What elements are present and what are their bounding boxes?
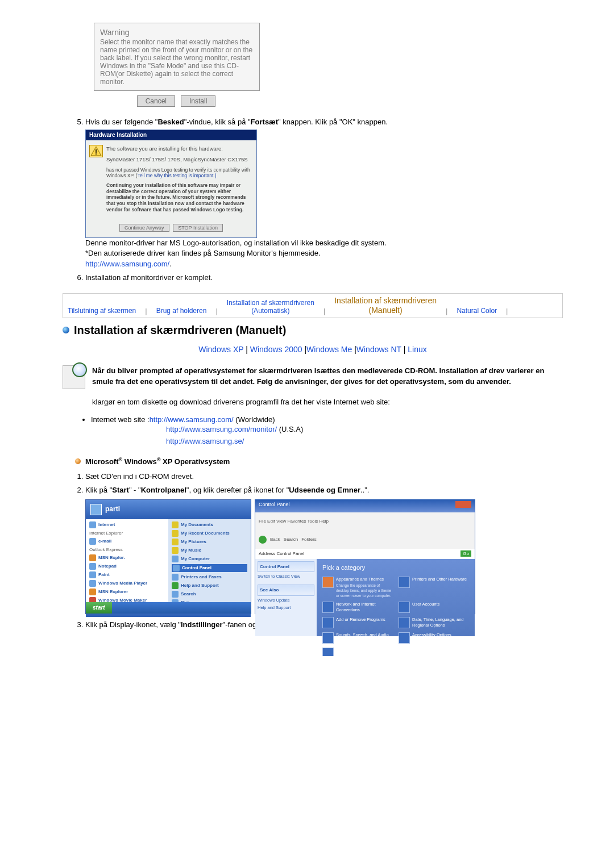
back-icon[interactable]: [259, 536, 267, 544]
sm-my-computer[interactable]: My Computer: [172, 556, 247, 562]
os-link-2000[interactable]: Windows 2000: [250, 345, 302, 354]
search-icon[interactable]: Search: [284, 536, 298, 542]
section-title: Installation af skærmdriveren (Manuelt): [74, 324, 286, 337]
os-nav: Windows XP | Windows 2000 |Windows Me |W…: [63, 345, 563, 354]
cp-cat-users[interactable]: User Accounts: [399, 602, 469, 614]
step-6: Installation af monitordriver er komplet…: [85, 273, 563, 283]
sm-item-outlook-sub: Outlook Express: [89, 546, 165, 553]
xp-steps: Sæt CD'en ind i CD-ROM drevet. Klik på "…: [63, 471, 563, 630]
tab-holder[interactable]: Brug af holderen: [156, 307, 207, 315]
sm-right-col: My Documents My Recent Documents My Pict…: [168, 519, 251, 603]
os-link-nt[interactable]: Windows NT: [356, 345, 401, 354]
tell-me-link[interactable]: Tell me why this testing is important.): [138, 173, 217, 178]
control-panel-screenshot: Control Panel File Edit View Favorites T…: [255, 499, 475, 614]
install-steps-part1: Hvis du ser følgende "Besked"-vindue, kl…: [63, 117, 563, 283]
warning-buttons-row: Cancel Install: [94, 91, 259, 111]
sm-item-ie-sub: Internet Explorer: [89, 530, 165, 536]
xpos-heading: Microsoft® Windows® XP Operativsystem: [75, 457, 563, 466]
start-menu-screenshot: parti Internet Internet Explorer e-mail …: [85, 499, 251, 614]
step5-note1: Denne monitor-driver har MS Logo-autoris…: [85, 238, 563, 248]
cp-windows-update[interactable]: Windows Update: [258, 598, 314, 604]
cp-main: Pick a category Appearance and ThemesCha…: [317, 559, 475, 636]
tab-connect[interactable]: Tilslutning af skærmen: [68, 307, 136, 315]
cp-switch-classic[interactable]: Switch to Classic View: [258, 574, 314, 580]
go-button[interactable]: Go: [460, 550, 471, 557]
warning-title: Warning: [100, 28, 254, 37]
samsung-link[interactable]: http://www.samsung.com/: [85, 260, 169, 268]
sm-my-recent[interactable]: My Recent Documents: [172, 530, 247, 537]
intro-row: Når du bliver prompted af operativsystem…: [63, 365, 563, 389]
xp-screenshots-row: parti Internet Internet Explorer e-mail …: [85, 499, 563, 614]
hwinstall-buttons: Continue Anyway STOP Installation: [86, 220, 256, 237]
os-link-me[interactable]: Windows Me: [306, 345, 352, 354]
cp-side-head: Control Panel: [258, 561, 314, 572]
download-sites: Internet web site :http://www.samsung.co…: [63, 415, 563, 448]
sm-my-pictures[interactable]: My Pictures: [172, 539, 247, 545]
cp-cat-addremove[interactable]: Add or Remove Programs: [322, 617, 393, 629]
cp-addressbar: Address Control Panel Go: [255, 549, 475, 559]
sm-my-music[interactable]: My Music: [172, 547, 247, 554]
cp-cat-sounds[interactable]: Sounds, Speech, and Audio Devices: [322, 632, 393, 644]
cp-cat-datetime[interactable]: Date, Time, Language, and Regional Optio…: [399, 617, 469, 629]
hardware-installation-dialog: Hardware Installation ! The software you…: [85, 130, 257, 238]
cp-cat-printers[interactable]: Printers and Other Hardware: [399, 577, 469, 598]
sm-control-panel[interactable]: Control Panel: [172, 564, 247, 572]
cp-titlebar: Control Panel: [255, 500, 475, 512]
sm-item-msnex[interactable]: MSN Explorer: [89, 589, 165, 595]
section-bullet-icon: [63, 327, 69, 333]
os-link-xp[interactable]: Windows XP: [198, 345, 243, 354]
step-5: Hvis du ser følgende "Besked"-vindue, kl…: [85, 117, 563, 269]
link-samsung-monitor[interactable]: http://www.samsung.com/monitor/: [166, 425, 277, 433]
svg-text:!: !: [95, 148, 97, 156]
cp-help-support[interactable]: Help and Support: [258, 605, 314, 611]
sm-item-msn[interactable]: MSN Explor.: [89, 554, 165, 561]
start-button[interactable]: start: [86, 602, 112, 614]
sm-my-documents[interactable]: My Documents: [172, 521, 247, 528]
warning-dialog: Warning Select the monitor name that exa…: [94, 23, 260, 91]
cp-cat-accessibility[interactable]: Accessibility Options: [399, 632, 469, 644]
os-bullet-icon: [75, 458, 81, 464]
sm-item-internet[interactable]: Internet: [89, 521, 165, 528]
folders-icon[interactable]: Folders: [301, 536, 317, 542]
sm-help[interactable]: Help and Support: [172, 582, 247, 589]
cd-icon: [63, 365, 85, 389]
link-samsung-se[interactable]: http://www.samsung.se/: [166, 437, 244, 445]
cancel-button[interactable]: Cancel: [137, 95, 175, 107]
cp-cat-network[interactable]: Network and Internet Connections: [322, 602, 393, 614]
cp-cat-appearance[interactable]: Appearance and ThemesChange the appearan…: [322, 577, 393, 598]
tab-driver-manual[interactable]: Installation af skærmdriveren(Manuelt): [334, 296, 437, 315]
hwinstall-body: ! The software you are installing for th…: [86, 140, 256, 220]
doc-tabs: Tilslutning af skærmen | Brug af holdere…: [63, 293, 563, 318]
warning-icon: !: [89, 145, 103, 157]
xp-step-2: Klik på "Start" - "Kontrolpanel", og kli…: [85, 485, 563, 614]
sm-item-paint[interactable]: Paint: [89, 571, 165, 578]
tab-driver-auto[interactable]: Installation af skærmdriveren(Automatisk…: [227, 299, 314, 315]
sm-left-col: Internet Internet Explorer e-mail Outloo…: [86, 519, 168, 603]
sm-search[interactable]: Search: [172, 591, 247, 598]
cp-toolbar: Back Search Folders: [255, 531, 475, 549]
site-row: Internet web site :http://www.samsung.co…: [91, 415, 563, 448]
cp-pick-category: Pick a category: [322, 564, 469, 572]
link-samsung-world[interactable]: http://www.samsung.com/: [150, 415, 234, 424]
sm-item-wmp[interactable]: Windows Media Player: [89, 580, 165, 587]
section-header: Installation af skærmdriveren (Manuelt): [63, 324, 563, 337]
intro-text: Når du bliver prompted af operativsystem…: [92, 365, 563, 387]
sm-user-header: parti: [86, 500, 251, 519]
cp-sidebar: Control Panel Switch to Classic View See…: [255, 559, 317, 636]
prepare-text: klargør en tom diskette og download driv…: [92, 397, 563, 408]
avatar-icon: [90, 504, 102, 515]
tab-natural-color[interactable]: Natural Color: [457, 307, 497, 315]
close-icon[interactable]: [455, 501, 471, 508]
cp-category-grid: Appearance and ThemesChange the appearan…: [322, 577, 469, 656]
cp-cat-performance[interactable]: Performance and Maintenance: [322, 648, 393, 656]
sm-item-notepad[interactable]: Notepad: [89, 563, 165, 570]
cp-menubar: File Edit View Favorites Tools Help: [255, 512, 475, 531]
sm-printers[interactable]: Printers and Faxes: [172, 574, 247, 581]
stop-installation-button[interactable]: STOP Installation: [173, 224, 223, 232]
sm-item-email[interactable]: e-mail: [89, 538, 165, 545]
os-link-linux[interactable]: Linux: [408, 345, 426, 354]
continue-anyway-button[interactable]: Continue Anyway: [119, 224, 169, 232]
taskbar: start: [86, 602, 251, 614]
xp-step-1: Sæt CD'en ind i CD-ROM drevet.: [85, 471, 563, 482]
install-button[interactable]: Install: [181, 95, 215, 107]
